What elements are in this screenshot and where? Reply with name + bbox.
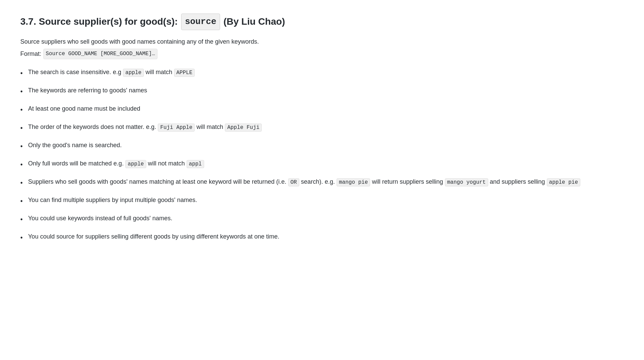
list-item: Suppliers who sell goods with goods' nam… [20,177,624,188]
list-item-content: Only the good's name is searched. [28,140,624,151]
format-line: Format: Source GOOD_NAME [MORE_GOOD_NAME… [20,49,624,59]
code-fragment: Fuji Apple [158,123,195,132]
text-fragment: The search is case insensitive. e.g [28,69,123,75]
code-fragment: APPLE [174,69,195,77]
list-item: You could source for suppliers selling d… [20,232,624,243]
text-fragment: You can find multiple suppliers by input… [28,197,197,203]
heading-suffix: (By Liu Chao) [223,14,285,29]
text-fragment: will not match [146,160,187,167]
heading-code: source [181,14,220,30]
list-item-content: Only full words will be matched e.g. app… [28,159,624,169]
code-fragment: appl [187,160,204,168]
text-fragment: Only the good's name is searched. [28,142,122,149]
code-fragment: mango yogurt [445,178,488,186]
text-fragment: At least one good name must be included [28,105,140,112]
list-item: The keywords are referring to goods' nam… [20,86,624,97]
text-fragment: Only full words will be matched e.g. [28,160,125,167]
list-item: Only the good's name is searched. [20,140,624,152]
list-item-content: Suppliers who sell goods with goods' nam… [28,177,624,187]
heading-prefix: 3.7. Source supplier(s) for good(s): [20,14,178,29]
code-fragment: apple [123,69,144,77]
list-item-content: You can find multiple suppliers by input… [28,195,624,205]
bullet-list: The search is case insensitive. e.g appl… [20,67,624,243]
text-fragment: will match [144,69,174,75]
text-fragment: You could source for suppliers selling d… [28,233,279,240]
list-item-content: At least one good name must be included [28,104,624,114]
text-fragment: and suppliers selling [488,178,547,185]
list-item: At least one good name must be included [20,104,624,115]
list-item-content: The keywords are referring to goods' nam… [28,86,624,96]
list-item-content: The order of the keywords does not matte… [28,122,624,132]
code-fragment: mango pie [337,178,370,186]
text-fragment: You could use keywords instead of full g… [28,215,172,222]
list-item: The search is case insensitive. e.g appl… [20,67,624,79]
list-item: Only full words will be matched e.g. app… [20,159,624,170]
code-fragment: apple [125,160,146,168]
code-fragment: OR [288,178,299,186]
list-item-content: You could source for suppliers selling d… [28,232,624,242]
code-fragment: apple pie [547,178,581,186]
text-fragment: will return suppliers selling [370,178,445,185]
section-heading: 3.7. Source supplier(s) for good(s): sou… [20,14,624,30]
list-item-content: The search is case insensitive. e.g appl… [28,67,624,77]
text-fragment: will match [195,123,225,130]
list-item: The order of the keywords does not matte… [20,122,624,134]
text-fragment: The keywords are referring to goods' nam… [28,87,147,94]
format-label: Format: [20,49,41,59]
text-fragment: Suppliers who sell goods with goods' nam… [28,178,288,185]
format-code: Source GOOD_NAME [MORE_GOOD_NAME]… [43,49,157,59]
list-item: You could use keywords instead of full g… [20,213,624,225]
description-text: Source suppliers who sell goods with goo… [20,37,624,47]
text-fragment: The order of the keywords does not matte… [28,123,158,130]
list-item: You can find multiple suppliers by input… [20,195,624,207]
code-fragment: Apple Fuji [225,123,262,132]
text-fragment: search). e.g. [299,178,337,185]
list-item-content: You could use keywords instead of full g… [28,213,624,224]
